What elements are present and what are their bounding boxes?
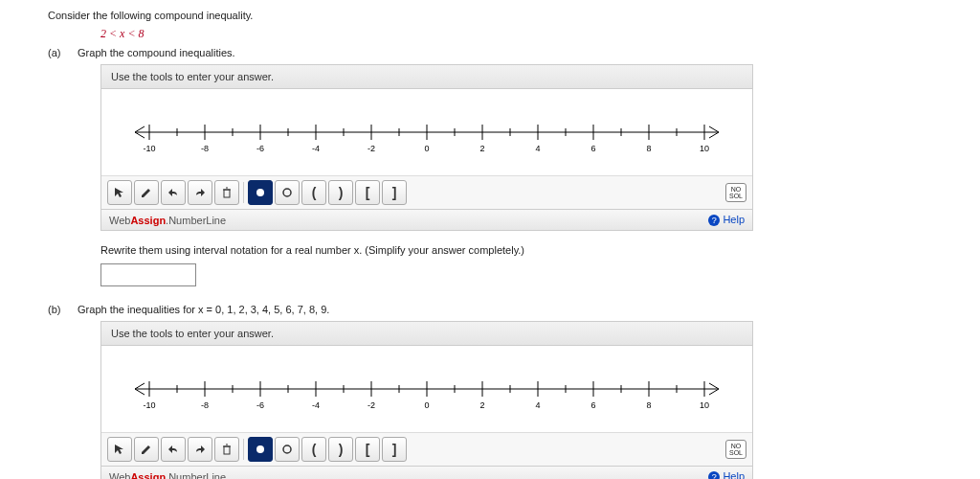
- svg-text:8: 8: [646, 144, 651, 153]
- svg-point-37: [283, 189, 291, 196]
- closed-interval-left-tool[interactable]: [: [355, 437, 380, 462]
- undo-tool[interactable]: [161, 437, 186, 462]
- intro-text: Consider the following compound inequali…: [48, 10, 932, 21]
- undo-tool[interactable]: [161, 180, 186, 205]
- svg-text:4: 4: [535, 144, 540, 153]
- delete-tool[interactable]: [214, 437, 239, 462]
- open-interval-left-tool[interactable]: (: [301, 180, 326, 205]
- redo-tool[interactable]: [188, 180, 212, 205]
- svg-text:2: 2: [479, 144, 484, 153]
- pointer-tool[interactable]: [107, 437, 132, 462]
- open-interval-left-tool[interactable]: (: [301, 437, 326, 462]
- closed-point-tool[interactable]: [248, 180, 273, 205]
- numberline-svg-b: -10-8-6-4-20246810: [101, 346, 752, 432]
- part-a-label: (a) Graph the compound inequalities.: [48, 47, 932, 58]
- svg-text:-10: -10: [143, 144, 155, 153]
- numberline-canvas-b[interactable]: -10-8-6-4-20246810: [101, 346, 752, 432]
- toolbar-separator: [243, 182, 244, 203]
- brand-label: WebAssign.NumberLine: [109, 215, 226, 226]
- open-interval-right-tool[interactable]: ): [328, 437, 353, 462]
- open-point-tool[interactable]: [275, 437, 300, 462]
- widget-footer-a: WebAssign.NumberLine Help: [101, 209, 752, 230]
- no-solution-button[interactable]: NO SOL: [725, 440, 746, 459]
- rewrite-prompt: Rewrite them using interval notation for…: [100, 244, 932, 256]
- toolbar-separator: [243, 439, 244, 460]
- svg-rect-33: [224, 190, 230, 197]
- svg-text:0: 0: [424, 400, 429, 410]
- svg-text:-2: -2: [368, 144, 375, 153]
- svg-text:-8: -8: [201, 400, 209, 410]
- part-b-prompt: Graph the inequalities for x = 0, 1, 2, …: [78, 304, 329, 315]
- svg-rect-71: [224, 446, 230, 454]
- svg-text:6: 6: [590, 400, 595, 410]
- svg-text:-4: -4: [312, 144, 320, 153]
- widget-footer-b: WebAssign.NumberLine Help: [101, 466, 752, 479]
- pencil-tool[interactable]: [134, 437, 159, 462]
- svg-text:-8: -8: [201, 144, 209, 153]
- part-a-tag: (a): [48, 47, 75, 58]
- widget-instruction-a: Use the tools to enter your answer.: [101, 65, 752, 89]
- svg-text:2: 2: [479, 400, 484, 410]
- svg-text:8: 8: [646, 400, 651, 410]
- closed-point-tool[interactable]: [248, 437, 273, 462]
- svg-point-75: [283, 445, 291, 453]
- numberline-widget-b: Use the tools to enter your answer. -10-…: [100, 321, 753, 479]
- svg-point-74: [256, 445, 264, 453]
- pointer-tool[interactable]: [107, 180, 132, 205]
- numberline-widget-a: Use the tools to enter your answer. -10-…: [100, 64, 753, 231]
- delete-tool[interactable]: [214, 180, 239, 205]
- toolbar-a: ( ) [ ] NO SOL: [101, 175, 752, 209]
- help-link[interactable]: Help: [708, 470, 745, 479]
- no-solution-button[interactable]: NO SOL: [725, 183, 746, 202]
- numberline-svg-a: -10-8-6-4-20246810: [101, 89, 752, 175]
- toolbar-b: ( ) [ ] NO SOL: [101, 432, 752, 466]
- numberline-canvas-a[interactable]: -10-8-6-4-20246810: [101, 89, 752, 175]
- closed-interval-right-tool[interactable]: ]: [382, 437, 407, 462]
- svg-text:-4: -4: [312, 400, 320, 410]
- closed-interval-right-tool[interactable]: ]: [382, 180, 407, 205]
- svg-text:-6: -6: [256, 400, 264, 410]
- interval-notation-input[interactable]: [100, 263, 196, 286]
- part-b-label: (b) Graph the inequalities for x = 0, 1,…: [48, 304, 932, 315]
- inequality-expression: 2 < x < 8: [100, 27, 932, 41]
- svg-text:4: 4: [535, 400, 540, 410]
- svg-text:10: 10: [700, 144, 709, 153]
- svg-point-36: [256, 189, 264, 196]
- open-interval-right-tool[interactable]: ): [328, 180, 353, 205]
- open-point-tool[interactable]: [275, 180, 300, 205]
- svg-text:10: 10: [700, 400, 709, 410]
- widget-instruction-b: Use the tools to enter your answer.: [101, 322, 752, 346]
- svg-text:-10: -10: [143, 400, 155, 410]
- closed-interval-left-tool[interactable]: [: [355, 180, 380, 205]
- part-b-tag: (b): [48, 304, 75, 315]
- svg-text:-6: -6: [256, 144, 264, 153]
- brand-label: WebAssign.NumberLine: [109, 471, 226, 480]
- redo-tool[interactable]: [188, 437, 212, 462]
- svg-text:-2: -2: [368, 400, 375, 410]
- pencil-tool[interactable]: [134, 180, 159, 205]
- svg-text:0: 0: [424, 144, 429, 153]
- svg-text:6: 6: [590, 144, 595, 153]
- part-a-prompt: Graph the compound inequalities.: [78, 47, 235, 58]
- help-link[interactable]: Help: [708, 214, 745, 226]
